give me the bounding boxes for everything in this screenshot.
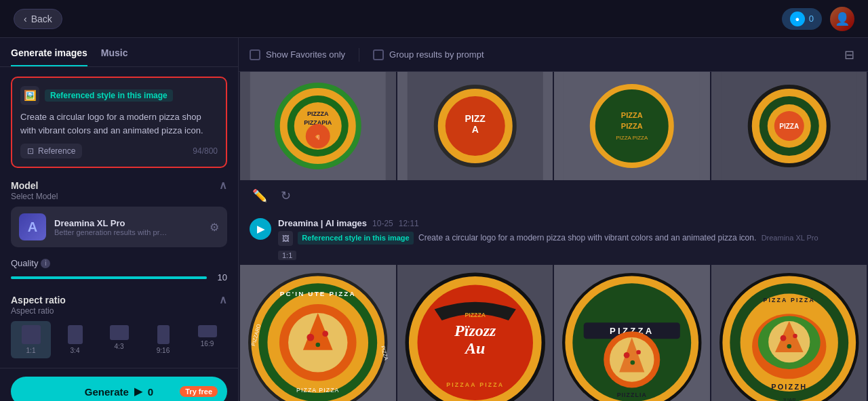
- model-settings-button[interactable]: ⚙: [210, 221, 219, 234]
- svg-point-31: [322, 331, 328, 337]
- reference-button[interactable]: ⊡ Reference: [20, 144, 82, 159]
- ref-icon-inline: 🖼: [278, 231, 293, 246]
- quality-slider[interactable]: [11, 276, 207, 279]
- svg-point-32: [315, 343, 320, 347]
- generate-area: Generate ▶ 0 Try free: [0, 368, 238, 401]
- top-image-3[interactable]: PIZZA PIZZA PIZZA PIZZA: [554, 72, 710, 180]
- favorites-checkbox-box[interactable]: [250, 49, 260, 60]
- svg-point-63: [793, 334, 797, 339]
- result-prompt-text: 🖼 Referenced style in this image Create …: [278, 231, 857, 246]
- ar-item-3-4[interactable]: 3:4: [55, 321, 95, 358]
- pizza-image-4[interactable]: PIZZA PIZZA POIZZH JUAR: [711, 265, 867, 401]
- svg-text:🍕: 🍕: [315, 134, 321, 140]
- images-area[interactable]: PIZZZA PIZZAPIA 🍕 PIZZ A: [239, 72, 868, 401]
- top-image-4[interactable]: PIZZA: [711, 72, 867, 180]
- generate-button[interactable]: Generate ▶ 0 Try free: [11, 377, 227, 401]
- edit-button-1[interactable]: ✏️: [250, 186, 270, 206]
- svg-point-51: [624, 352, 630, 358]
- referenced-badge: Referenced style in this image: [45, 89, 173, 102]
- main-image-grid: PC'IN UTE PIZZA PIZZA PIZZA PIZZARO PIZZ…: [239, 265, 868, 401]
- model-card[interactable]: A Dreamina XL Pro Better generation resu…: [11, 207, 227, 247]
- ar-item-16-9[interactable]: 16:9: [187, 321, 227, 358]
- svg-point-52: [636, 350, 641, 355]
- aspect-ratio-grid: 1:1 3:4 4:3 9:16: [11, 321, 227, 358]
- svg-text:PIZZA  PIZZA: PIZZA PIZZA: [763, 297, 815, 303]
- aspect-ratio-title: Aspect ratio: [11, 295, 66, 305]
- show-favorites-checkbox[interactable]: Show Favorites only: [250, 49, 345, 60]
- svg-text:Pïzozz: Pïzozz: [454, 322, 496, 339]
- char-count: 94/800: [193, 146, 218, 156]
- main-layout: Generate images Music 🖼️ Referenced styl…: [0, 38, 868, 401]
- prompt-text[interactable]: Create a circular logo for a modern pizz…: [20, 110, 218, 137]
- referenced-badge-inline: Referenced style in this image: [298, 232, 413, 245]
- select-model-label: Select Model: [11, 192, 227, 201]
- content-toolbar: Show Favorites only Group results by pro…: [239, 38, 868, 72]
- svg-text:PIIZZLIA: PIIZZLIA: [617, 392, 647, 398]
- ar-box-3-4: [68, 325, 83, 344]
- aspect-ratio-collapse-icon[interactable]: ∧: [219, 293, 227, 306]
- refresh-button-1[interactable]: ↻: [278, 186, 294, 206]
- topbar: ‹ Back ● 0 👤: [0, 0, 868, 38]
- result-time: 12:11: [399, 219, 419, 228]
- try-free-badge: Try free: [180, 386, 218, 397]
- svg-text:Au: Au: [464, 339, 485, 357]
- toolbar-right: ⊟: [842, 45, 857, 65]
- collapse-button[interactable]: ⊟: [842, 45, 857, 65]
- quality-row: Quality i: [11, 258, 227, 268]
- svg-text:PIZZAA PIZZA: PIZZAA PIZZA: [446, 381, 504, 388]
- service-name: Dreamina | AI images: [278, 218, 367, 228]
- avatar[interactable]: 👤: [830, 7, 854, 31]
- pizza-image-2[interactable]: Pïzozz Au PIZZAA PIZZA PIZZZA: [397, 265, 553, 401]
- top-image-1[interactable]: PIZZZA PIZZAPIA 🍕: [240, 72, 396, 180]
- svg-point-30: [307, 334, 314, 341]
- ar-item-9-16[interactable]: 9:16: [143, 321, 183, 358]
- generate-count: 0: [148, 386, 153, 398]
- partial-image-row: PIZZZA PIZZAPIA 🍕 PIZZ A: [239, 72, 868, 180]
- group-by-prompt-checkbox[interactable]: Group results by prompt: [373, 49, 484, 60]
- svg-text:PIZZA: PIZZA: [779, 123, 799, 130]
- show-favorites-label: Show Favorites only: [266, 49, 345, 60]
- top-image-2[interactable]: PIZZ A: [397, 72, 553, 180]
- svg-text:PIZZ: PIZZ: [465, 113, 486, 124]
- aspect-ratio-section: Aspect ratio ∧ Aspect ratio 1:1 3:4: [11, 293, 227, 358]
- svg-point-62: [780, 335, 786, 341]
- back-arrow-icon: ‹: [24, 14, 27, 24]
- tab-music[interactable]: Music: [101, 47, 128, 66]
- quality-section: Quality i 10: [11, 258, 227, 282]
- result-prompt-row: ▶ Dreamina | AI images 10-25 12:11 🖼 Ref…: [239, 211, 868, 265]
- result-main-text: Create a circular logo for a modern pizz…: [418, 233, 756, 242]
- ar-box-4-3: [110, 325, 129, 340]
- svg-text:POIZZH: POIZZH: [771, 383, 807, 391]
- group-checkbox-box[interactable]: [373, 49, 384, 60]
- svg-text:PIZZZA: PIZZZA: [307, 110, 329, 117]
- model-tag: Dreamina XL Pro: [762, 234, 818, 242]
- ar-box-16-9: [198, 325, 217, 337]
- result-title-row: Dreamina | AI images 10-25 12:11: [278, 218, 857, 228]
- pizza-image-1[interactable]: PC'IN UTE PIZZA PIZZA PIZZA PIZZARO PIZZ…: [240, 265, 396, 401]
- ar-item-1-1[interactable]: 1:1: [11, 321, 51, 358]
- svg-text:PIZZA  PIZZA: PIZZA PIZZA: [296, 387, 339, 394]
- svg-text:PIZZA: PIZZA: [621, 111, 643, 119]
- pizza-image-3[interactable]: PIZZZA PIIZZLIA: [554, 265, 710, 401]
- svg-point-64: [787, 344, 791, 349]
- image-actions-row-1: ✏️ ↻: [239, 180, 868, 211]
- model-name: Dreamina XL Pro: [54, 218, 201, 228]
- quality-info-icon[interactable]: i: [41, 259, 50, 268]
- ar-item-4-3[interactable]: 4:3: [99, 321, 139, 358]
- prompt-footer: ⊡ Reference 94/800: [20, 144, 218, 159]
- aspect-ratio-header: Aspect ratio ∧: [11, 293, 227, 306]
- model-collapse-icon[interactable]: ∧: [219, 179, 227, 192]
- back-label: Back: [31, 14, 52, 24]
- quality-label: Quality i: [11, 258, 50, 268]
- ratio-badge: 1:1: [278, 251, 296, 260]
- ar-box-9-16: [157, 325, 170, 344]
- back-button[interactable]: ‹ Back: [14, 9, 62, 29]
- svg-point-53: [631, 360, 635, 365]
- model-info: Dreamina XL Pro Better generation result…: [54, 218, 201, 236]
- tab-generate-images[interactable]: Generate images: [11, 47, 87, 66]
- model-desc: Better generation results with profe...: [54, 228, 170, 236]
- svg-text:A: A: [471, 124, 478, 135]
- model-section-title: Model: [11, 180, 38, 191]
- ar-box-1-1: [22, 325, 41, 344]
- prompt-reference-icon: 🖼️: [20, 86, 39, 105]
